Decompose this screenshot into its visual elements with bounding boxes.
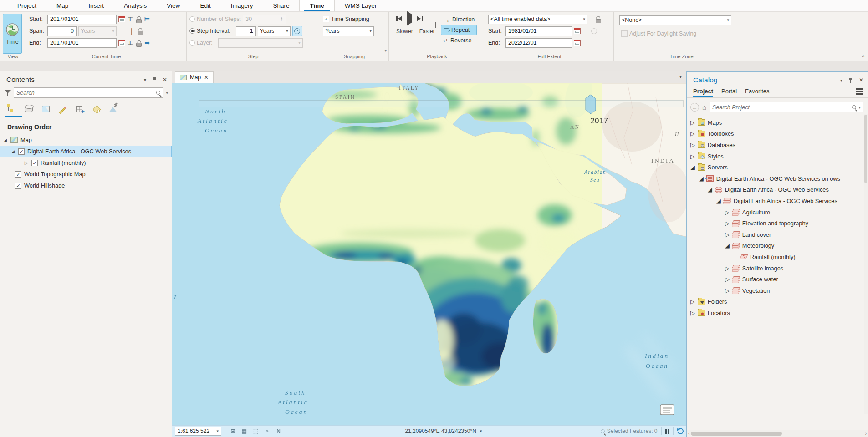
catalog-horizontal-scrollbar[interactable]: ‹ › bbox=[687, 430, 868, 437]
snap-start-icon[interactable]: ⊨ bbox=[143, 15, 151, 23]
catalog-item-styles[interactable]: ▷ Styles bbox=[687, 151, 868, 162]
tree-item-dea-layer[interactable]: ◢ ✓ Digital Earth Africa - OGC Web Servi… bbox=[0, 146, 172, 157]
span-unit-dropdown[interactable]: Years ▾ bbox=[78, 26, 117, 36]
daylight-saving-checkbox[interactable] bbox=[621, 30, 628, 37]
reverse-button[interactable]: ↵ Reverse bbox=[441, 36, 477, 46]
expand-icon[interactable]: ◢ bbox=[716, 198, 721, 204]
layer-radio[interactable] bbox=[189, 40, 195, 46]
close-icon[interactable]: ✕ bbox=[163, 76, 167, 83]
catalog-item-databases[interactable]: ▷ Databases bbox=[687, 139, 868, 151]
menu-hamburger-icon[interactable] bbox=[856, 88, 863, 97]
list-by-imagery-tab[interactable] bbox=[107, 102, 118, 114]
expand-icon[interactable]: ◢ bbox=[708, 186, 712, 193]
collapsed-icon[interactable]: ▷ bbox=[690, 310, 695, 316]
snapping-unit-dropdown[interactable]: Years ▾ bbox=[323, 26, 374, 36]
catalog-item-dea-server[interactable]: ◢ Digital Earth Africa - OGC Web Service… bbox=[687, 173, 868, 184]
refresh-icon[interactable] bbox=[676, 427, 684, 435]
layer-checkbox[interactable]: ✓ bbox=[15, 171, 21, 178]
collapsed-icon[interactable]: ▷ bbox=[24, 160, 29, 165]
catalog-tab-favorites[interactable]: Favorites bbox=[745, 88, 769, 97]
catalog-item-satellite[interactable]: ▷ Satellite images bbox=[687, 263, 868, 274]
number-of-steps-input[interactable]: 30 ▲▼ bbox=[243, 15, 286, 24]
pause-drawing-button[interactable] bbox=[665, 429, 670, 434]
selected-features[interactable]: Selected Features: 0 bbox=[601, 428, 658, 434]
pin-icon[interactable] bbox=[848, 77, 853, 83]
collapsed-icon[interactable]: ▷ bbox=[725, 231, 730, 238]
search-chevron[interactable]: ▾ bbox=[858, 105, 861, 110]
extent-lock-icon[interactable] bbox=[595, 16, 601, 23]
catalog-item-toolboxes[interactable]: ▷ Toolboxes bbox=[687, 128, 868, 140]
catalog-tab-portal[interactable]: Portal bbox=[721, 88, 737, 97]
collapsed-icon[interactable]: ▷ bbox=[690, 142, 695, 148]
overview-window-icon[interactable] bbox=[660, 405, 674, 415]
repeat-button[interactable]: Repeat bbox=[441, 25, 477, 35]
tab-time[interactable]: Time bbox=[299, 0, 334, 11]
calendar-icon[interactable] bbox=[574, 28, 581, 34]
tab-wms-layer[interactable]: WMS Layer bbox=[335, 0, 387, 11]
tab-imagery[interactable]: Imagery bbox=[221, 0, 263, 11]
catalog-item-servers[interactable]: ◢ Servers bbox=[687, 162, 868, 173]
tab-edit[interactable]: Edit bbox=[190, 0, 220, 11]
back-button[interactable]: ← bbox=[690, 103, 699, 112]
catalog-vertical-scrollbar[interactable] bbox=[864, 114, 868, 414]
filter-funnel-icon[interactable] bbox=[5, 90, 11, 96]
collapsed-icon[interactable]: ▷ bbox=[690, 119, 695, 126]
layer-checkbox[interactable]: ✓ bbox=[15, 183, 21, 189]
collapsed-icon[interactable]: ▷ bbox=[725, 276, 730, 283]
spinner-icon[interactable]: ▲▼ bbox=[279, 17, 284, 21]
catalog-item-dea-wms[interactable]: ◢ Digital Earth Africa - OGC Web Service… bbox=[687, 184, 868, 196]
span-input[interactable] bbox=[47, 26, 77, 36]
edit-vertices-icon[interactable]: ⬚ bbox=[252, 427, 260, 435]
catalog-item-maps[interactable]: ▷ Maps bbox=[687, 117, 868, 128]
expand-icon[interactable]: ◢ bbox=[725, 242, 730, 249]
tab-project[interactable]: Project bbox=[7, 0, 46, 11]
expand-icon[interactable]: ◢ bbox=[699, 175, 704, 182]
step-interval-radio[interactable] bbox=[189, 28, 195, 34]
catalog-item-meteorology[interactable]: ◢ Meteorology bbox=[687, 240, 868, 252]
playback-speed-slider[interactable] bbox=[397, 25, 436, 25]
catalog-item-folders[interactable]: ▷ Folders bbox=[687, 296, 868, 308]
scroll-right-icon[interactable]: › bbox=[865, 431, 867, 436]
collapsed-icon[interactable]: ▷ bbox=[725, 287, 730, 294]
time-toggle-button[interactable]: Time bbox=[3, 14, 22, 54]
layer-checkbox[interactable]: ✓ bbox=[18, 148, 25, 155]
catalog-item-vegetation[interactable]: ▷ Vegetation bbox=[687, 285, 868, 296]
expand-icon[interactable]: ◢ bbox=[690, 164, 695, 171]
list-by-snapping-tab[interactable] bbox=[73, 102, 85, 114]
tree-item-rainfall[interactable]: ▷ ✓ Rainfall (monthly) bbox=[0, 157, 172, 168]
close-map-tab-icon[interactable]: ✕ bbox=[204, 75, 208, 81]
contents-menu-chevron[interactable]: ▾ bbox=[144, 77, 146, 82]
tab-analysis[interactable]: Analysis bbox=[114, 0, 157, 11]
tab-map[interactable]: Map bbox=[46, 0, 78, 11]
snap-crosshair-icon[interactable]: ⌖ bbox=[263, 427, 271, 435]
step-interval-input[interactable] bbox=[236, 26, 256, 36]
tree-item-map[interactable]: ◢ Map bbox=[0, 134, 172, 146]
grid-icon[interactable]: ▦ bbox=[240, 427, 248, 435]
layer-dropdown[interactable]: ▾ bbox=[218, 38, 303, 48]
unlock-start-icon[interactable] bbox=[135, 16, 142, 23]
calendar-icon[interactable] bbox=[574, 40, 581, 46]
pin-icon[interactable] bbox=[152, 77, 157, 82]
scroll-left-icon[interactable]: ‹ bbox=[688, 431, 689, 436]
extent-end-input[interactable] bbox=[505, 38, 572, 48]
tree-item-hillshade[interactable]: ✓ World Hillshade bbox=[0, 180, 172, 191]
catalog-tab-project[interactable]: Project bbox=[693, 88, 713, 97]
tab-share[interactable]: Share bbox=[263, 0, 299, 11]
north-arrow-icon[interactable]: N bbox=[275, 427, 282, 435]
direction-button[interactable]: → Direction bbox=[441, 15, 477, 25]
collapsed-icon[interactable]: ▷ bbox=[690, 130, 695, 137]
skip-to-end-button[interactable] bbox=[417, 16, 423, 21]
unlock-span-icon[interactable] bbox=[137, 28, 143, 35]
catalog-menu-chevron[interactable]: ▾ bbox=[840, 78, 842, 83]
list-by-editing-tab[interactable] bbox=[56, 102, 68, 114]
catalog-item-dea-group[interactable]: ◢ Digital Earth Africa - OGC Web Service… bbox=[687, 195, 868, 207]
snapping-more-chevron[interactable]: ▾ bbox=[384, 48, 387, 53]
coordinates-display[interactable]: 21,2090549°E 43,8242350°N ▾ bbox=[405, 428, 482, 434]
collapsed-icon[interactable]: ▷ bbox=[725, 209, 730, 216]
catalog-item-surfacewater[interactable]: ▷ Surface water bbox=[687, 274, 868, 285]
catalog-item-landcover[interactable]: ▷ Land cover bbox=[687, 229, 868, 240]
catalog-item-agriculture[interactable]: ▷ Agriculture bbox=[687, 207, 868, 218]
time-snapping-checkbox[interactable]: ✓ bbox=[323, 16, 329, 22]
contents-search-input[interactable] bbox=[16, 90, 154, 96]
collapse-ribbon-chevron[interactable]: ^ bbox=[862, 54, 864, 60]
